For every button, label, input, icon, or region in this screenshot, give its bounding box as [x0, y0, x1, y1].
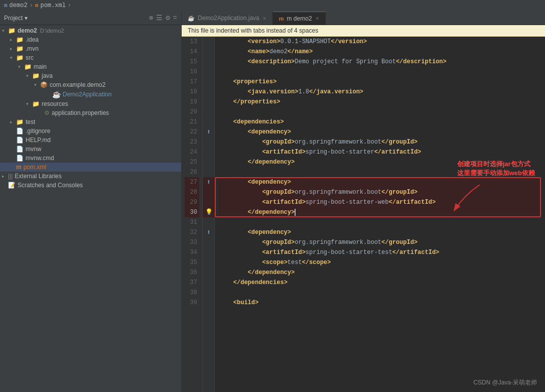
tree-item-mvnwcmd[interactable]: 📄 mvnw.cmd — [0, 154, 181, 163]
line-num-19: 19 — [185, 97, 199, 107]
sync-icon[interactable]: ⊕ — [149, 14, 153, 22]
code-content[interactable]: <version>0.0.1-SNAPSHOT</version> <name>… — [215, 37, 545, 392]
line-num-27: 27 — [185, 177, 199, 187]
gutter-cell-32: ⬆ — [203, 227, 215, 237]
editor-tabs: ☕ Demo2Application.java ✕ m m demo2 ✕ — [182, 11, 545, 25]
line-num-20: 20 — [185, 107, 199, 117]
demo2-path: D:\demo2 — [40, 28, 64, 34]
tree-item-pomxml[interactable]: m pom.xml — [0, 163, 181, 172]
tab-close-demo2app[interactable]: ✕ — [262, 16, 266, 21]
tree-item-mvnw[interactable]: 📄 mvnw — [0, 145, 181, 154]
code-line-16 — [219, 67, 541, 77]
title-bar: m demo2 › m pom.xml › — [0, 0, 545, 11]
title-sep2: › — [68, 2, 71, 9]
label-src: src — [26, 54, 34, 61]
tree-item-java[interactable]: ▾ 📁 java — [0, 71, 181, 80]
gutter-cell-33 — [203, 237, 215, 247]
tab-label-pom: m demo2 — [287, 15, 312, 22]
code-line-14: <name>demo2</name> — [219, 47, 541, 57]
sidebar-tree: ▾ 📁 demo2 D:\demo2 ▸ 📁 .idea ▸ 📁 .mvn — [0, 25, 181, 392]
tree-item-test[interactable]: ▸ 📁 test — [0, 117, 181, 126]
line-num-29: 29 — [185, 197, 199, 207]
arrow-idea: ▸ — [10, 37, 15, 42]
arrow-main: ▾ — [18, 64, 23, 69]
line-num-25: 25 — [185, 157, 199, 167]
tree-item-demo2-root[interactable]: ▾ 📁 demo2 D:\demo2 — [0, 26, 181, 35]
label-mvnw: mvnw — [26, 146, 41, 153]
line-num-37: 37 — [185, 278, 199, 288]
tree-item-idea[interactable]: ▸ 📁 .idea — [0, 35, 181, 44]
line-num-30: 30 — [185, 207, 199, 217]
tree-item-mvn[interactable]: ▸ 📁 .mvn — [0, 44, 181, 53]
file-icon-help: 📄 — [16, 137, 24, 144]
line-num-38: 38 — [185, 288, 199, 298]
tree-item-src[interactable]: ▾ 📁 src — [0, 53, 181, 62]
tree-item-scratches[interactable]: 📝 Scratches and Consoles — [0, 181, 181, 190]
title-sep1: › — [30, 2, 33, 9]
up-arrow-icon[interactable]: ⬆ — [207, 228, 211, 236]
sidebar-dropdown-icon[interactable]: ▾ — [25, 15, 28, 22]
label-demo2app: Demo2Application — [63, 91, 111, 98]
code-line-30: </dependency> — [219, 207, 541, 217]
code-line-38 — [219, 288, 541, 298]
sidebar-icons: ⊕ ☰ ⚙ = — [149, 14, 177, 22]
gutter-cell-30: 💡 — [203, 207, 215, 217]
tree-item-resources[interactable]: ▾ 📁 resources — [0, 99, 181, 108]
label-pomxml: pom.xml — [24, 164, 46, 171]
up-arrow-icon[interactable]: ⬆ — [207, 178, 211, 186]
line-num-23: 23 — [185, 137, 199, 147]
properties-icon: ⚙ — [44, 109, 50, 116]
line-num-22: 22 — [185, 127, 199, 137]
file-icon-mvnwcmd: 📄 — [16, 155, 24, 162]
code-line-26 — [219, 167, 541, 177]
gutter-cell-18 — [203, 87, 215, 97]
tree-item-gitignore[interactable]: 📄 .gitignore — [0, 126, 181, 136]
line-num-24: 24 — [185, 147, 199, 157]
label-gitignore: .gitignore — [26, 127, 50, 135]
gutter-cell-26 — [203, 167, 215, 177]
tab-label-demo2app: Demo2Application.java — [198, 15, 259, 22]
up-arrow-icon[interactable]: ⬆ — [207, 128, 211, 136]
label-mvnwcmd: mvnw.cmd — [26, 155, 54, 162]
line-num-18: 18 — [185, 87, 199, 97]
label-resources: resources — [42, 100, 68, 107]
tree-item-main[interactable]: ▾ 📁 main — [0, 62, 181, 71]
tree-item-demo2app[interactable]: ☕ Demo2Application — [0, 89, 181, 99]
bulb-icon[interactable]: 💡 — [205, 209, 213, 216]
gutter-cell-19 — [203, 97, 215, 107]
file-icon-gitignore: 📄 — [16, 127, 24, 135]
arrow-java: ▾ — [26, 73, 31, 78]
arrow-demo2: ▾ — [2, 28, 7, 33]
gutter-cell-36 — [203, 268, 215, 278]
tab-demo2app[interactable]: ☕ Demo2Application.java ✕ — [182, 12, 273, 25]
xml-icon-pom: m — [16, 164, 22, 171]
code-line-32: <dependency> — [219, 227, 541, 237]
gutter-cell-31 — [203, 217, 215, 227]
gutter-cell-37 — [203, 278, 215, 288]
title-project: demo2 — [10, 2, 28, 9]
gutter-cell-13 — [203, 37, 215, 47]
line-num-34: 34 — [185, 247, 199, 257]
extlib-icon: ||| — [8, 173, 13, 180]
folder-icon-resources: 📁 — [32, 100, 40, 107]
code-editor[interactable]: 创建项目时选择jar包方式 这里需要手动添加web依赖 131415161718… — [182, 37, 545, 392]
code-line-13: <version>0.0.1-SNAPSHOT</version> — [219, 37, 541, 47]
gutter-cell-25 — [203, 157, 215, 167]
warning-bar: This file is indented with tabs instead … — [182, 25, 545, 37]
tree-item-extlibs[interactable]: ▸ ||| External Libraries — [0, 172, 181, 181]
layout-icon[interactable]: = — [173, 14, 177, 22]
label-main: main — [34, 63, 47, 70]
tab-close-pom[interactable]: ✕ — [315, 16, 319, 21]
line-num-15: 15 — [185, 57, 199, 67]
arrow-test: ▸ — [10, 119, 15, 124]
tree-item-package[interactable]: ▾ 📦 com.example.demo2 — [0, 80, 181, 89]
tree-item-properties[interactable]: ⚙ application.properties — [0, 108, 181, 117]
collapse-icon[interactable]: ☰ — [156, 14, 163, 22]
sidebar-title[interactable]: Project ▾ — [4, 15, 28, 22]
code-line-36: </dependency> — [219, 268, 541, 278]
tab-pom[interactable]: m m demo2 ✕ — [273, 12, 326, 25]
tree-item-help[interactable]: 📄 HELP.md — [0, 136, 181, 145]
line-num-39: 39 — [185, 298, 199, 308]
settings-icon[interactable]: ⚙ — [166, 14, 170, 22]
line-num-16: 16 — [185, 67, 199, 77]
